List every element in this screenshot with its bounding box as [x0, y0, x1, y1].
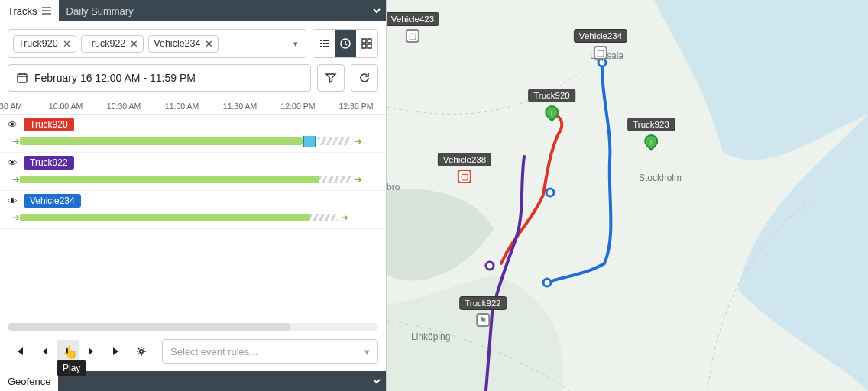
gear-icon: [136, 346, 147, 357]
timeline-body[interactable]: 👁 Truck920 ➔ ➔ 👁 Truck922: [0, 115, 386, 317]
map-marker-truck922[interactable]: Truck922 ⚑: [459, 296, 507, 327]
map-marker-vehicle423[interactable]: Vehicle423 ▢: [387, 12, 439, 43]
panel-tabs: Tracks Daily Summary: [0, 0, 386, 21]
chip-remove-truck922[interactable]: ✕: [130, 38, 138, 50]
step-forward-button[interactable]: [81, 340, 104, 363]
svg-point-5: [546, 189, 554, 196]
chevron-down-icon: ▾: [364, 346, 370, 357]
chevron-down-icon: [372, 6, 381, 15]
track-row-truck920: 👁 Truck920 ➔ ➔: [0, 115, 386, 153]
track-event-marker[interactable]: [303, 136, 316, 147]
calendar-icon: [16, 72, 28, 84]
list-icon: [318, 37, 330, 50]
event-rules-placeholder: Select event rules...: [170, 346, 257, 357]
flag-icon: ⚑: [476, 313, 490, 327]
tab-tracks-label: Tracks: [8, 5, 37, 17]
stop-icon: ▢: [406, 29, 419, 43]
eye-icon[interactable]: 👁: [8, 157, 18, 169]
tab-tracks[interactable]: Tracks: [0, 0, 59, 21]
track-row-truck922: 👁 Truck922 ➔ ➔: [0, 153, 386, 191]
chip-remove-truck920[interactable]: ✕: [63, 38, 71, 50]
moving-icon: ↓: [641, 131, 660, 150]
map-marker-truck923[interactable]: Truck923 ↓: [627, 118, 675, 148]
track-tag-vehicle234[interactable]: Vehicle234: [24, 194, 81, 208]
map-city-label: Linköping: [411, 331, 450, 342]
map-marker-vehicle234[interactable]: Vehicle234 ▢: [574, 29, 627, 60]
track-row-vehicle234: 👁 Vehicle234 ➔ ➔: [0, 191, 386, 229]
view-time-button[interactable]: [335, 30, 356, 57]
refresh-button[interactable]: [351, 64, 378, 92]
chip-truck920: Truck920 ✕: [13, 35, 76, 53]
chevron-down-icon: [372, 376, 381, 386]
map-city-label: Stockholm: [639, 173, 682, 183]
grid-icon: [361, 37, 373, 50]
tab-geofence[interactable]: Geofence: [0, 371, 58, 391]
svg-point-7: [486, 262, 494, 270]
track-tag-truck920[interactable]: Truck920: [24, 118, 74, 131]
track-end-icon: ➔: [355, 136, 364, 147]
date-range-picker[interactable]: February 16 12:00 AM - 11:59 PM: [8, 64, 311, 92]
step-back-icon: [38, 346, 49, 357]
tab-daily-summary-label: Daily Summary: [66, 5, 134, 17]
hamburger-icon[interactable]: [42, 7, 51, 15]
tab-daily-summary[interactable]: Daily Summary: [59, 0, 141, 21]
timeline-scrollbar[interactable]: [8, 323, 378, 331]
chip-truck922: Truck922 ✕: [81, 35, 144, 53]
skip-back-button[interactable]: [8, 340, 31, 363]
tracks-panel: Tracks Daily Summary Truck920 ✕ Truck922: [0, 0, 387, 391]
chevron-down-icon[interactable]: ▾: [290, 39, 301, 49]
moving-icon: ↓: [542, 102, 561, 121]
eye-icon[interactable]: 👁: [8, 196, 18, 207]
skip-forward-icon: [112, 346, 122, 357]
track-segment-idle[interactable]: [319, 176, 351, 183]
geofence-collapse-button[interactable]: [368, 371, 386, 391]
play-button[interactable]: [57, 340, 79, 363]
skip-back-icon: [14, 346, 24, 357]
play-icon: [63, 346, 73, 357]
svg-point-2: [140, 350, 143, 353]
svg-point-6: [543, 279, 551, 286]
map-city-label: bro: [387, 182, 400, 192]
filter-button[interactable]: [317, 64, 345, 92]
date-range-text: February 16 12:00 AM - 11:59 PM: [34, 72, 196, 84]
skip-forward-button[interactable]: [105, 340, 128, 363]
track-segment[interactable]: [20, 137, 303, 145]
panel-collapse-button[interactable]: [368, 0, 386, 21]
track-segment-idle[interactable]: [310, 214, 338, 221]
stop-icon: ▢: [594, 46, 607, 60]
eye-icon[interactable]: 👁: [8, 119, 18, 131]
timeline-ruler: 30 AM 10:00 AM 10:30 AM 11:00 AM 11:30 A…: [0, 99, 386, 115]
play-tooltip: Play: [57, 360, 86, 376]
chip-remove-vehicle234[interactable]: ✕: [205, 38, 213, 50]
refresh-icon: [358, 72, 371, 84]
step-forward-icon: [87, 346, 98, 357]
map-marker-vehicle238[interactable]: Vehicle238 ▢: [438, 153, 491, 183]
filter-icon: [325, 72, 337, 84]
svg-rect-1: [18, 74, 27, 82]
track-segment[interactable]: [20, 176, 319, 183]
track-end-icon: ➔: [355, 174, 364, 185]
track-end-icon: ➔: [341, 212, 350, 223]
track-segment-idle[interactable]: [318, 137, 351, 145]
track-tag-truck922[interactable]: Truck922: [24, 156, 74, 170]
stop-icon: ▢: [458, 170, 471, 183]
view-list-button[interactable]: [313, 30, 335, 57]
event-rules-select[interactable]: Select event rules... ▾: [162, 339, 378, 364]
chip-vehicle234: Vehicle234 ✕: [148, 35, 219, 53]
map[interactable]: Uppsala Stockholm Linköping bro Vehicle4…: [387, 0, 868, 391]
map-marker-truck920[interactable]: Truck920 ↓: [528, 89, 575, 119]
view-toggle-group: [313, 29, 378, 58]
vehicle-selector[interactable]: Truck920 ✕ Truck922 ✕ Vehicle234 ✕ ▾: [8, 29, 306, 58]
clock-icon: [339, 37, 351, 50]
track-segment[interactable]: [20, 214, 310, 221]
playback-settings-button[interactable]: [130, 340, 153, 363]
step-back-button[interactable]: [32, 340, 55, 363]
view-grid-button[interactable]: [356, 30, 377, 57]
